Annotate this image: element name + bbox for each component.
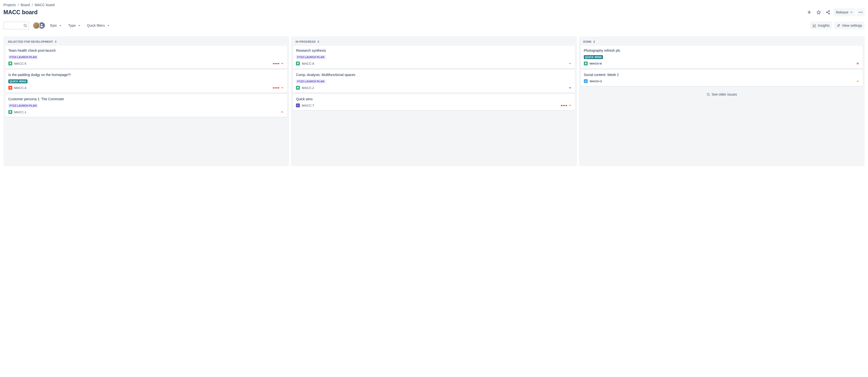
story-icon	[8, 62, 12, 65]
task-icon	[584, 79, 588, 83]
kanban-board: Selected for Development 3 Team health c…	[3, 36, 865, 166]
column-header[interactable]: In Progress 3	[293, 38, 575, 45]
priority-high-icon	[280, 110, 284, 114]
svg-point-0	[829, 10, 830, 12]
card-key: MACC-3	[590, 80, 602, 83]
card-title: Research synthesis	[296, 49, 572, 53]
chevron-down-icon	[850, 11, 853, 14]
card-key: MACC-7	[302, 104, 314, 107]
card[interactable]: Comp. Analysis: Multifunctional spaces F…	[293, 70, 575, 93]
epic-filter[interactable]: Epic	[49, 22, 63, 29]
breadcrumb-board[interactable]: Board	[21, 3, 30, 7]
story-points-dots	[273, 87, 279, 89]
bug-icon	[8, 86, 12, 90]
card[interactable]: Is the padding dodgy on the homepage?! Q…	[5, 70, 287, 93]
story-points-dots	[561, 105, 567, 106]
card-key: MACC-6	[590, 62, 602, 65]
search-input[interactable]	[6, 24, 23, 27]
card[interactable]: Quick wins MACC-7	[293, 94, 575, 110]
epic-filter-label: Epic	[50, 24, 57, 27]
share-button[interactable]	[824, 8, 832, 16]
share-icon	[826, 10, 830, 14]
column-title: Done	[583, 40, 592, 43]
epic-tag[interactable]: FY23 LAUNCH PLAN	[8, 55, 38, 59]
breadcrumb-separator: /	[18, 3, 19, 7]
card[interactable]: Team health check post-launch FY23 LAUNC…	[5, 45, 287, 68]
insights-button[interactable]: Insights	[810, 22, 832, 29]
story-icon	[296, 62, 300, 65]
breadcrumb-current[interactable]: MACC board	[35, 3, 55, 7]
epic-icon	[296, 103, 300, 107]
epic-tag[interactable]: FY23 LAUNCH PLAN	[296, 55, 326, 59]
epic-tag[interactable]: FY23 LAUNCH PLAN	[296, 80, 326, 83]
column-title: Selected for Development	[8, 40, 53, 43]
priority-high-icon	[280, 62, 284, 65]
insights-label: Insights	[818, 24, 830, 27]
release-label: Release	[836, 10, 848, 14]
sliders-icon	[837, 24, 840, 27]
card-key: MACC-1	[14, 110, 27, 114]
release-button[interactable]: Release	[833, 8, 855, 16]
epic-tag[interactable]: QUICK WINS	[8, 80, 28, 83]
column-header[interactable]: Done 2	[581, 38, 863, 45]
type-filter[interactable]: Type	[67, 22, 82, 29]
story-points-dots	[273, 63, 279, 64]
svg-point-8	[839, 25, 840, 25]
epic-tag[interactable]: QUICK WINS	[584, 55, 603, 59]
story-icon	[8, 110, 12, 114]
star-icon	[816, 10, 821, 14]
column-header[interactable]: Selected for Development 3	[5, 38, 287, 45]
card[interactable]: Research synthesis FY23 LAUNCH PLAN MACC…	[293, 45, 575, 68]
lightning-icon	[807, 10, 811, 14]
automation-button[interactable]	[805, 8, 813, 16]
column-count: 3	[55, 40, 57, 43]
card-title: Comp. Analysis: Multifunctional spaces	[296, 73, 572, 77]
avatar-user-1[interactable]	[33, 22, 40, 29]
priority-highest-icon	[856, 62, 860, 65]
svg-point-7	[41, 24, 42, 26]
column-done: Done 2 Photography refresh pls QUICK WIN…	[579, 36, 865, 166]
search-icon	[23, 24, 27, 27]
search-icon	[706, 93, 710, 96]
chevron-down-icon	[59, 24, 62, 27]
story-icon	[584, 62, 588, 65]
see-older-issues[interactable]: See older issues	[581, 88, 863, 101]
svg-point-1	[826, 12, 828, 13]
card[interactable]: Customer persona 1: The Commuter FY23 LA…	[5, 94, 287, 117]
star-button[interactable]	[815, 8, 823, 16]
avatar-group[interactable]	[33, 22, 45, 29]
epic-tag[interactable]: FY23 LAUNCH PLAN	[8, 104, 38, 107]
svg-point-2	[829, 13, 830, 14]
view-settings-button[interactable]: View settings	[834, 22, 865, 29]
breadcrumb: Projects / Board / MACC board	[3, 3, 865, 7]
svg-point-5	[862, 12, 862, 12]
card-title: Is the padding dodgy on the homepage?!	[8, 73, 284, 77]
card-key: MACC-5	[14, 62, 27, 65]
chevron-down-icon	[107, 24, 110, 27]
svg-point-3	[859, 12, 860, 12]
card-key: MACC-4	[14, 86, 27, 90]
search-input-wrapper[interactable]	[3, 22, 29, 29]
breadcrumb-projects[interactable]: Projects	[3, 3, 16, 7]
view-settings-label: View settings	[842, 24, 862, 27]
more-actions-button[interactable]	[857, 8, 865, 16]
priority-medium-icon	[856, 79, 860, 83]
column-count: 3	[317, 40, 319, 43]
type-filter-label: Type	[68, 24, 75, 27]
card-key: MACC-8	[302, 62, 314, 65]
column-in-progress: In Progress 3 Research synthesis FY23 LA…	[291, 36, 577, 166]
card-title: Photography refresh pls	[584, 49, 860, 53]
card[interactable]: Photography refresh pls QUICK WINS MACC-…	[581, 45, 863, 68]
svg-point-10	[10, 87, 11, 89]
card[interactable]: Social content: Week 2 MACC-3	[581, 70, 863, 86]
priority-medium-icon	[280, 86, 284, 90]
priority-medium-icon	[568, 103, 572, 107]
card-title: Quick wins	[296, 97, 572, 101]
svg-point-9	[838, 26, 838, 27]
story-icon	[296, 86, 300, 90]
chart-line-icon	[813, 24, 816, 27]
card-title: Customer persona 1: The Commuter	[8, 97, 284, 101]
priority-medium-icon	[568, 62, 572, 65]
quick-filters[interactable]: Quick filters	[86, 22, 111, 29]
card-title: Social content: Week 2	[584, 73, 860, 77]
